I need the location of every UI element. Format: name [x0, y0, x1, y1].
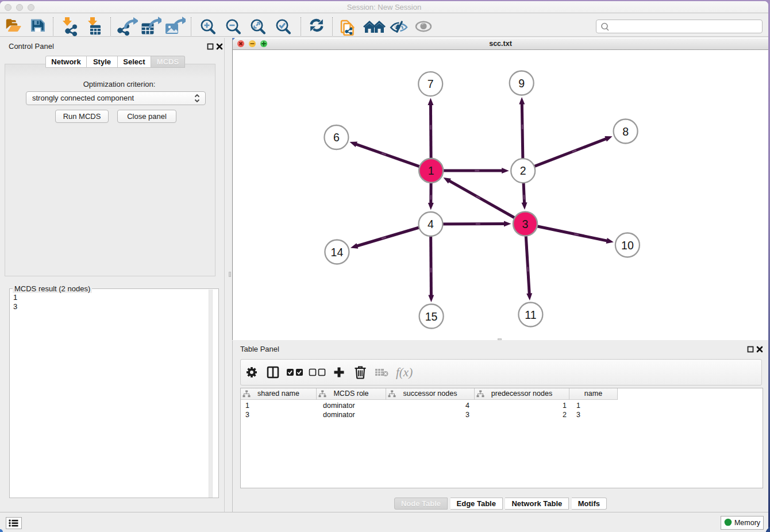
svg-text:14: 14 — [331, 246, 344, 259]
svg-text:15: 15 — [425, 310, 438, 323]
svg-text:4: 4 — [428, 218, 434, 230]
svg-text:1: 1 — [428, 164, 434, 177]
svg-text:11: 11 — [525, 309, 536, 321]
svg-text:9: 9 — [518, 77, 525, 90]
svg-text:3: 3 — [522, 218, 529, 230]
svg-text:7: 7 — [428, 78, 434, 90]
svg-text:f(x): f(x) — [396, 365, 413, 379]
svg-text:8: 8 — [622, 125, 629, 138]
svg-text:10: 10 — [621, 239, 634, 252]
svg-text:6: 6 — [333, 131, 340, 144]
svg-text:2: 2 — [520, 164, 526, 177]
